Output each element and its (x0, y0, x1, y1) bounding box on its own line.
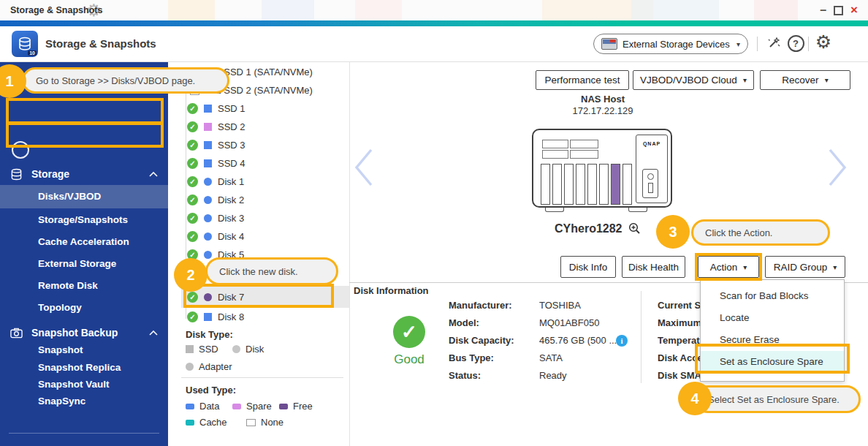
previous-enclosure-arrow[interactable] (354, 148, 374, 187)
action-dropdown-button[interactable]: Action ▾ (698, 256, 759, 278)
storage-snapshots-app-icon: 10 (12, 31, 38, 57)
settings-button[interactable]: ⚙ (814, 32, 833, 51)
sidebar-item-cache-acceleration[interactable]: Cache Acceleration (38, 232, 129, 252)
sidebar-item-remote-disk[interactable]: Remote Disk (38, 276, 98, 296)
status-good-icon: ✓ (187, 176, 198, 187)
sidebar-item-snapsync[interactable]: SnapSync (38, 393, 85, 410)
list-item-disk2[interactable]: ✓ Disk 2 (181, 191, 349, 208)
disk-info-button[interactable]: Disk Info (560, 256, 616, 278)
disk-type-marker (204, 233, 212, 241)
overview-icon[interactable] (12, 141, 29, 159)
disk-label: Disk 7 (218, 292, 244, 303)
field-label: Model: (449, 317, 479, 328)
list-item-disk4[interactable]: ✓ Disk 4 (181, 227, 349, 245)
legend-none: None (246, 417, 283, 428)
field-value: SATA (539, 352, 563, 363)
app-header: 10 Storage & Snapshots External Storage … (0, 26, 868, 62)
field-value: TOSHIBA (539, 300, 581, 311)
app-window: ⚙ Storage & Snapshots – × 10 Storage & S… (0, 0, 868, 446)
list-item-disk1[interactable]: ✓ Disk 1 (181, 173, 349, 190)
status-good-icon: ✓ (187, 158, 198, 169)
maximize-button[interactable] (834, 6, 843, 15)
status-good-icon: ✓ (187, 194, 198, 205)
minimize-button[interactable]: – (820, 7, 826, 14)
chevron-up-icon (149, 330, 158, 336)
list-item-ssd2[interactable]: ✓ SSD 2 (181, 118, 349, 135)
menu-item-locate[interactable]: Locate (701, 307, 844, 329)
legend-label: Adapter (199, 361, 232, 372)
list-item-ssd3[interactable]: ✓ SSD 3 (181, 136, 349, 154)
window-title: Storage & Snapshots (10, 0, 102, 20)
sidebar-item-external-storage[interactable]: External Storage (38, 254, 116, 274)
performance-test-button[interactable]: Performance test (536, 70, 629, 90)
raid-group-dropdown-button[interactable]: RAID Group ▾ (765, 256, 845, 278)
status-good-icon: ✓ (187, 140, 198, 151)
field-label: Disk Capacity: (449, 335, 514, 346)
disk-health-button[interactable]: Disk Health (622, 256, 685, 278)
nas-front-panel: QNAP (636, 135, 668, 203)
sidebar-item-snapshot[interactable]: Snapshot (38, 341, 83, 359)
background-decoration (754, 0, 798, 20)
sidebar-item-iscsi-fibre-channel[interactable]: iSCSI & Fibre Channel (10, 441, 159, 446)
power-button-icon (647, 173, 654, 180)
sidebar-section-storage[interactable]: Storage (10, 163, 158, 185)
info-icon[interactable]: i (616, 335, 628, 347)
sidebar-item-storage-snapshots[interactable]: Storage/Snapshots (38, 210, 128, 230)
status-good-icon: ✓ (187, 292, 198, 303)
external-storage-devices-button[interactable]: External Storage Devices ▾ (593, 34, 748, 54)
disk-type-marker (204, 196, 212, 204)
menu-item-secure-erase[interactable]: Secure Erase (701, 329, 844, 351)
sidebar-item-topology[interactable]: Topology (38, 298, 82, 318)
list-item-ssd1[interactable]: ✓ SSD 1 (181, 99, 349, 117)
brand-gradient-bar (0, 20, 868, 26)
magic-wand-icon (766, 35, 782, 51)
list-item-disk3[interactable]: ✓ Disk 3 (181, 209, 349, 227)
next-enclosure-arrow[interactable] (827, 148, 848, 187)
list-item-ssd4[interactable]: ✓ SSD 4 (181, 154, 349, 172)
sidebar: Storage Disks/VJBOD Storage/Snapshots Ca… (0, 62, 168, 446)
sidebar-item-disks-vjbod[interactable]: Disks/VJBOD (38, 186, 101, 207)
list-item-disk8[interactable]: ✓ Disk 8 (181, 308, 349, 325)
field-label: Maximum (658, 317, 701, 328)
sidebar-section-snapshot-backup[interactable]: Snapshot Backup (10, 322, 158, 344)
sidebar-item-snapshot-replica[interactable]: Snapshot Replica (38, 359, 121, 377)
recover-dropdown-button[interactable]: Recover ▾ (760, 70, 850, 90)
drive-bay (564, 164, 574, 205)
field-label: Bus Type: (449, 352, 494, 363)
nas-model-name: CYhero1282 (555, 222, 623, 235)
legend-label: SSD (199, 344, 218, 355)
disk-label: SSD 3 (218, 140, 245, 151)
vjbod-dropdown-button[interactable]: VJBOD/VJBOD Cloud ▾ (633, 70, 754, 90)
status-good-icon: ✓ (187, 121, 198, 132)
chevron-down-icon: ▾ (743, 263, 747, 271)
field-value: MQ01ABF050 (539, 317, 599, 328)
legend-disk: Disk (232, 344, 264, 355)
menu-item-set-as-enclosure-spare[interactable]: Set as Enclosure Spare (701, 351, 844, 373)
status-good-icon: ✓ (187, 231, 198, 242)
callout-number-2: 2 (174, 258, 208, 292)
chevron-down-icon: ▾ (736, 40, 740, 48)
background-decoration (262, 0, 314, 20)
callout-tooltip-3: Click the Action. (691, 219, 830, 246)
menu-item-scan-for-bad-blocks[interactable]: Scan for Bad Blocks (701, 285, 844, 307)
ssd-swatch (186, 345, 194, 353)
legend-label: Disk (245, 344, 264, 355)
drive-bay (552, 164, 562, 205)
disk-label: Disk 1 (218, 176, 244, 187)
disk-information-title: Disk Information (354, 285, 429, 296)
help-button[interactable]: ? (786, 34, 805, 53)
chevron-up-icon (149, 172, 158, 177)
nas-control-panel (642, 169, 658, 198)
legend-adapter: Adapter (186, 361, 232, 372)
list-item-disk7-selected[interactable]: ✓ Disk 7 (181, 288, 349, 306)
disk-type-marker (204, 214, 212, 222)
disk-label: Disk 8 (218, 311, 244, 322)
zoom-in-icon[interactable] (628, 222, 641, 235)
disk-label: SSD 4 (218, 158, 245, 169)
disk-type-marker (204, 313, 212, 321)
wizard-wand-button[interactable] (764, 34, 783, 53)
column-divider (641, 291, 642, 383)
disk-type-marker (204, 123, 212, 131)
close-button[interactable]: × (850, 5, 858, 15)
sidebar-item-snapshot-vault[interactable]: Snapshot Vault (38, 376, 110, 393)
